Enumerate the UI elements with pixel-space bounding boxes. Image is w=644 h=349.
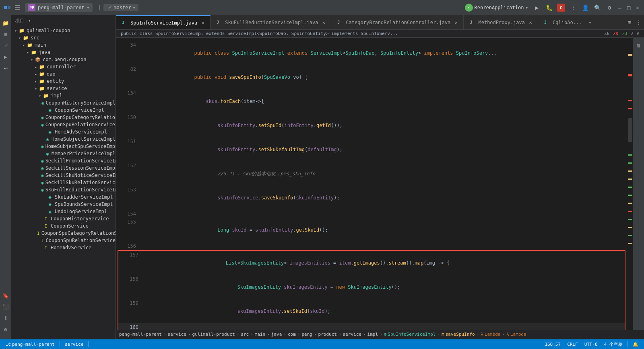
breadcrumb-gulimall-product[interactable]: gulimall-product [192,332,235,337]
tree-item-main[interactable]: ▾ 📁 main [11,41,116,49]
statusbar-encoding[interactable]: UTF-8 [583,342,599,347]
minimize-button[interactable]: — [617,4,623,11]
breadcrumb-product[interactable]: product [318,332,337,337]
code-line-154[interactable] [136,210,627,218]
tab-overflow[interactable]: ▾ [586,20,594,25]
tree-item-controller[interactable]: ▸ 📁 controller [11,63,116,70]
sidebar-icon-info[interactable]: ℹ [1,314,10,322]
tree-item-com-peng-coupon[interactable]: ▾ 📦 com.peng.coupon [11,56,116,63]
branch-selector[interactable]: ⎇ master ▾ [103,4,138,11]
file-tree-header[interactable]: 项目 ▾ [11,15,116,26]
tree-item-HomeAdvServiceImpl[interactable]: ◉ HomeAdvServiceImpl [11,128,116,135]
scrollbar-thumb[interactable] [628,118,632,142]
tree-item-SkuLadderServiceImpl[interactable]: ◉ SkuLadderServiceImpl [11,193,116,201]
tree-item-entity[interactable]: ▸ 📁 entity [11,78,116,85]
tree-item-java[interactable]: ▾ 📁 java [11,49,116,56]
code-line-151[interactable]: skuInfoEntity.setSkuDefaultImg(defaultIm… [136,138,627,162]
tree-item-UndoLogServiceImpl[interactable]: ◉ UndoLogServiceImpl [11,208,116,215]
code-line-34[interactable]: public class SpuInfoServiceImpl extends … [136,41,627,65]
statusbar-git[interactable]: ⎇ peng-mall-parent [4,342,56,347]
tree-item-dao[interactable]: ▸ 📁 dao [11,70,116,78]
tab-split-button[interactable]: ⊞ [625,19,634,26]
sidebar-icon-more[interactable]: ⋯ [1,64,10,72]
breadcrumb-spuinfoserviceimpl[interactable]: SpuInfoServiceImpl [388,332,436,337]
tree-item-gulimall-coupon[interactable]: ▾ 📁 gulimall-coupon [11,27,116,34]
breadcrumb-main[interactable]: main [255,332,266,337]
statusbar-crlf[interactable]: CRLF [566,342,580,347]
tree-item-SeckillSkuNoticeServiceImpl[interactable]: ◉ SeckillSkuNoticeServiceImpl [11,172,116,179]
sidebar-icon-structure[interactable]: ⊞ [1,30,10,39]
tree-item-SeckillPromotionServiceImpl[interactable]: ◉ SeckillPromotionServiceImpl [11,157,116,164]
more-actions[interactable]: ⋮ [569,4,577,12]
code-content[interactable]: 34 public class SpuInfoServiceImpl exten… [116,38,627,330]
settings-icon[interactable]: ⚙ [605,4,613,12]
sidebar-icon-files[interactable]: 📁 [1,18,10,27]
sidebar-icon-git[interactable]: ⎇ [1,41,10,50]
statusbar-spaces[interactable]: 4 个空格 [603,341,624,347]
sidebar-icon-terminal[interactable]: ⬛ [1,302,10,311]
breadcrumb-lambda2[interactable]: Lambda [510,332,526,337]
code-line-155[interactable]: Long skuId = skuInfoEntity.getSkuId(); [136,218,627,242]
tree-item-HomeAdvService[interactable]: I HomeAdvService [11,244,116,251]
code-line-156[interactable] [136,242,627,250]
maximize-button[interactable]: □ [625,4,632,11]
debug-button[interactable]: 🐛 [545,4,553,12]
breadcrumb-lambda1[interactable]: Lambda [485,332,501,337]
code-line-82[interactable]: public void saveSpuInfo(SpuSaveVo vo) { [136,65,627,89]
tree-item-CouponHistoryService[interactable]: I CouponHistoryService [11,215,116,222]
tab-close-icon[interactable]: ✕ [200,20,206,26]
tab-CglibAo[interactable]: J CglibAo... [538,15,586,29]
tab-MethodProxy[interactable]: J MethodProxy.java ✕ [464,15,538,29]
tree-item-HomeSubjectSpuServiceImpl[interactable]: ◉ HomeSubjectSpuServiceImpl [11,143,116,150]
statusbar-line-col[interactable]: 160:57 [543,342,562,347]
tab-SkuFullReductionServiceImpl[interactable]: J SkuFullReductionServiceImpl.java ✕ [211,15,331,29]
tree-item-MemberPriceServiceImpl[interactable]: ◉ MemberPriceServiceImpl [11,150,116,157]
tree-item-impl[interactable]: ▾ 📁 impl [11,92,116,99]
code-line-158[interactable]: SkuImagesEntity skuImagesEntity = new Sk… [138,275,625,299]
breadcrumb-java[interactable]: java [271,332,282,337]
tree-item-SeckillSessionServiceImpl[interactable]: ◉ SeckillSessionServiceImpl [11,164,116,172]
tab-CategoryBrandRelationController[interactable]: J CategoryBrandRelationController.java ✕ [331,15,464,29]
breadcrumb-savespuinfo[interactable]: saveSpuInfo [446,332,475,337]
sidebar-icon-bookmark[interactable]: 🔖 [1,291,10,300]
close-button[interactable]: ✕ [634,4,641,11]
project-selector[interactable]: PP peng-mall-parent ▾ [25,3,93,12]
tab-SpuInfoServiceImpl[interactable]: J SpuInfoServiceImpl.java ✕ [116,15,211,29]
breadcrumb-service2[interactable]: service [343,332,361,337]
breadcrumb-service[interactable]: service [168,332,186,337]
tree-item-src[interactable]: ▾ 📁 src [11,34,116,41]
breadcrumb-impl[interactable]: impl [367,332,378,337]
tree-item-CouponSpuRelationServiceImpl[interactable]: ◉ CouponSpuRelationServiceImpl [11,121,116,128]
tree-item-CouponServiceImpl[interactable]: ◉ CouponServiceImpl [11,107,116,114]
code-line-150[interactable]: skuInfoEntity.setSpuId(infoEntity.getId(… [136,113,627,138]
run-button[interactable]: ▶ [533,4,541,12]
coverage-button[interactable]: C [557,4,565,12]
code-line-159[interactable]: skuImagesEntity.setSkuId(skuId); [138,299,625,323]
breadcrumb-peng-mall-parent[interactable]: peng-mall-parent [119,332,162,337]
code-line-134[interactable]: skus.forEach(item->{ [136,89,627,113]
statusbar-service-item[interactable]: service [63,342,85,347]
tab-more-button[interactable]: ⋮ [634,19,644,26]
tree-item-CouponHistoryServiceImpl[interactable]: ◉ CouponHistoryServiceImpl [11,99,116,107]
tree-item-CouponSpuRelationService[interactable]: I CouponSpuRelationService [11,237,116,244]
run-app[interactable]: ⚡ RenrenApplication ▾ [465,4,528,12]
breadcrumb-com[interactable]: com [288,332,296,337]
collapse-icon[interactable]: ∨ [636,31,639,36]
tree-item-HomeSubjectServiceImpl[interactable]: ◉ HomeSubjectServiceImpl [11,135,116,143]
profile-icon[interactable]: 👤 [581,4,589,12]
code-line-160[interactable]: skuImagesEntity.setImgUrl(img.getImgUrl(… [138,323,625,330]
statusbar-notifications[interactable]: 🔔 [631,342,640,347]
code-line-152[interactable]: //5.1）. sku的基本信息；pms_sku_info [136,162,627,186]
code-line-153[interactable]: skuInfoService.saveSkuInfo(skuInfoEntity… [136,186,627,210]
hamburger-icon[interactable]: ☰ [14,4,20,12]
tab-close-icon[interactable]: ✕ [527,19,534,26]
breadcrumb-src[interactable]: src [241,332,249,337]
code-line-157[interactable]: List<SkuImagesEntity> imagesEntities = i… [138,251,625,275]
tree-item-service[interactable]: ▾ 📁 service [11,85,116,92]
tree-item-SpuBoundsServiceImpl[interactable]: ◉ SpuBoundsServiceImpl [11,201,116,208]
tree-item-CouponSpuCategoryRelationService[interactable]: I CouponSpuCategoryRelationService [11,230,116,237]
right-tool-bookmark[interactable]: m [634,41,643,50]
expand-icon[interactable]: ∧ [631,31,634,36]
tree-item-CouponSpuCategoryRelationServiceImpl[interactable]: ◉ CouponSpuCategoryRelationServiceImpl [11,114,116,121]
breadcrumb-peng[interactable]: peng [301,332,312,337]
